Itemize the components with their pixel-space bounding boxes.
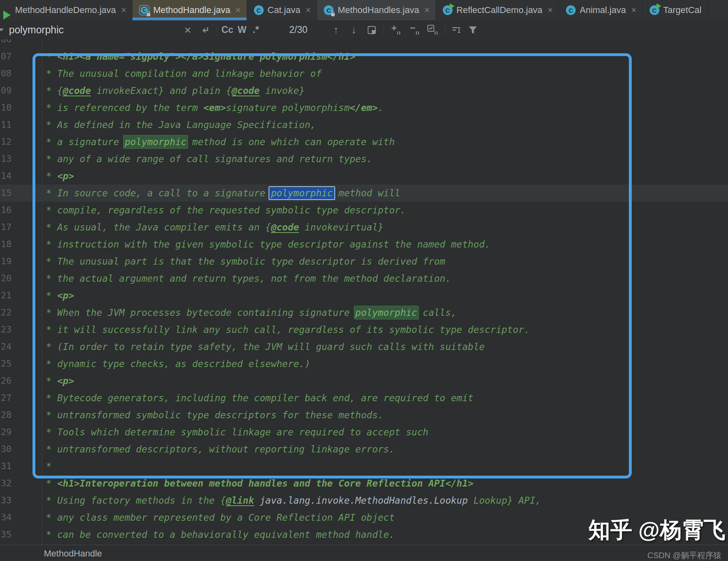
code-line[interactable]: 24* (In order to retain type safety, the… <box>0 338 728 355</box>
code-editor[interactable]: 06*07* <h1><a name="sigpoly"></a>Signatu… <box>0 39 728 545</box>
code-text: * The unusual compilation and linkage be… <box>46 65 322 82</box>
code-line[interactable]: 31* <box>0 458 728 475</box>
code-text: * Tools which determine symbolic linkage… <box>46 424 429 441</box>
code-line[interactable]: 21* <p> <box>0 287 728 304</box>
code-line[interactable]: 28* untransformed symbolic type descript… <box>0 407 728 424</box>
code-line[interactable]: 22* When the JVM processes bytecode cont… <box>0 304 728 321</box>
code-text: * dynamic type checks, as described else… <box>46 355 310 372</box>
csdn-watermark: CSDN @躺平程序猿 <box>647 550 722 561</box>
line-number: 12 <box>1 133 15 150</box>
code-line[interactable]: 12* a signature polymorphic method is on… <box>0 133 728 150</box>
code-line[interactable]: 18* instruction with the given symbolic … <box>0 236 728 253</box>
tab-label: Animal.java <box>580 5 626 15</box>
code-line[interactable]: 19* The unusual part is that the symboli… <box>0 253 728 270</box>
editor-tab-methodhandledemo-java[interactable]: MethodHandleDemo.java× <box>0 0 132 20</box>
tab-label: MethodHandle.java <box>153 5 230 15</box>
breadcrumb[interactable]: MethodHandle <box>44 548 102 559</box>
add-occurrence-icon[interactable] <box>389 20 403 39</box>
code-line[interactable]: 26* <p> <box>0 372 728 389</box>
multiline-search-icon[interactable] <box>450 20 463 39</box>
code-line[interactable]: 10* is referenced by the term <em>signat… <box>0 99 728 116</box>
tab-bar: MethodHandleDemo.java×CMethodHandle.java… <box>0 0 728 20</box>
editor-tab-methodhandles-java[interactable]: CMethodHandles.java× <box>317 0 436 20</box>
close-tab-icon[interactable]: × <box>425 6 430 15</box>
class-lock-icon: C <box>139 5 150 15</box>
code-line[interactable]: 33* Using factory methods in the {@link … <box>0 492 728 509</box>
editor-tab-animal-java[interactable]: CAnimal.java× <box>559 0 643 20</box>
line-number: 35 <box>1 526 15 543</box>
line-number: 08 <box>1 65 15 82</box>
code-line[interactable]: 09* {@code invokeExact} and plain {@code… <box>0 82 728 99</box>
tab-label: ReflectCallDemo.java <box>457 5 543 15</box>
find-bar: polymorphic × Cc W .* 2/30 ↑ ↓ <box>0 20 728 40</box>
match-case-toggle[interactable]: Cc <box>221 20 233 39</box>
code-line[interactable]: 23* it will successfully link any such c… <box>0 321 728 338</box>
class-icon: C <box>254 5 264 15</box>
editor-tab-reflectcalldemo-java[interactable]: CReflectCallDemo.java× <box>436 0 559 20</box>
tab-label: TargetCal <box>663 5 702 15</box>
close-tab-icon[interactable]: × <box>121 6 126 15</box>
search-match: polymorphic <box>123 135 188 149</box>
code-text: * any class member represented by a Core… <box>46 509 395 526</box>
code-line[interactable]: 11* As defined in the Java Language Spec… <box>0 116 728 133</box>
remove-occurrence-icon[interactable] <box>408 20 422 39</box>
newline-icon[interactable] <box>199 20 211 39</box>
code-text: * <box>46 39 52 48</box>
line-number: 06 <box>1 39 15 48</box>
code-line[interactable]: 25* dynamic type checks, as described el… <box>0 355 728 372</box>
editor-tab-methodhandle-java[interactable]: CMethodHandle.java× <box>132 0 247 20</box>
code-text: * The unusual part is that the symbolic … <box>46 253 445 270</box>
code-line[interactable]: 30* untransformed descriptors, without r… <box>0 441 728 458</box>
editor-tab-cat-java[interactable]: CCat.java× <box>247 0 317 20</box>
search-result-count: 2/30 <box>289 20 308 39</box>
search-history-icon[interactable] <box>0 20 3 39</box>
code-line[interactable]: 13* any of a wide range of call signatur… <box>0 150 728 167</box>
editor-tab-targetcal[interactable]: CTargetCal <box>643 0 708 20</box>
code-text: * <h1>Interoperation between method hand… <box>46 475 473 492</box>
line-number: 07 <box>1 48 15 65</box>
code-line[interactable]: 15* In source code, a call to a signatur… <box>0 185 728 202</box>
find-in-selection-icon[interactable] <box>366 20 378 39</box>
code-line[interactable]: 06* <box>0 39 728 48</box>
line-number: 24 <box>1 338 15 355</box>
code-line[interactable]: 27* Bytecode generators, including the c… <box>0 389 728 407</box>
line-number: 23 <box>1 321 15 338</box>
zhihu-watermark: 知乎 @杨霄飞 <box>588 515 726 545</box>
words-toggle[interactable]: W <box>238 20 247 39</box>
regex-toggle[interactable]: .* <box>253 20 259 39</box>
current-search-match: polymorphic <box>269 186 335 200</box>
code-text: * untransformed descriptors, without rep… <box>46 441 395 458</box>
select-all-occurrences-icon[interactable] <box>426 20 440 39</box>
code-text: * As usual, the Java compiler emits an {… <box>46 219 384 236</box>
close-tab-icon[interactable]: × <box>236 6 241 15</box>
clear-search-icon[interactable]: × <box>182 20 193 39</box>
code-line[interactable]: 20* the actual argument and return types… <box>0 270 728 287</box>
close-tab-icon[interactable]: × <box>306 6 311 15</box>
close-tab-icon[interactable]: × <box>548 6 553 15</box>
code-line[interactable]: 32* <h1>Interoperation between method ha… <box>0 475 728 492</box>
line-number: 29 <box>1 424 15 441</box>
close-tab-icon[interactable]: × <box>631 6 637 15</box>
code-line[interactable]: 29* Tools which determine symbolic linka… <box>0 424 728 441</box>
line-number: 26 <box>1 372 15 389</box>
line-number: 28 <box>1 407 15 424</box>
tab-label: MethodHandles.java <box>338 5 419 15</box>
line-number: 10 <box>1 99 15 116</box>
code-line[interactable]: 08* The unusual compilation and linkage … <box>0 65 728 82</box>
code-line[interactable]: 07* <h1><a name="sigpoly"></a>Signature … <box>0 48 728 65</box>
line-number: 18 <box>1 236 15 253</box>
code-lines: 06*07* <h1><a name="sigpoly"></a>Signatu… <box>0 39 728 543</box>
line-number: 13 <box>1 150 15 167</box>
code-line[interactable]: 17* As usual, the Java compiler emits an… <box>0 219 728 236</box>
code-line[interactable]: 16* compile, regardless of the requested… <box>0 202 728 219</box>
line-number: 20 <box>1 270 15 287</box>
next-occurrence-button[interactable]: ↓ <box>348 20 360 39</box>
search-input[interactable]: polymorphic <box>9 20 64 39</box>
line-number: 11 <box>1 116 15 133</box>
code-line[interactable]: 14* <p> <box>0 167 728 185</box>
divider <box>217 24 217 36</box>
previous-occurrence-button[interactable]: ↑ <box>330 20 342 39</box>
filter-icon[interactable] <box>466 20 479 39</box>
code-text: * a signature polymorphic method is one … <box>46 133 395 150</box>
code-text: * compile, regardless of the requested s… <box>46 202 406 219</box>
